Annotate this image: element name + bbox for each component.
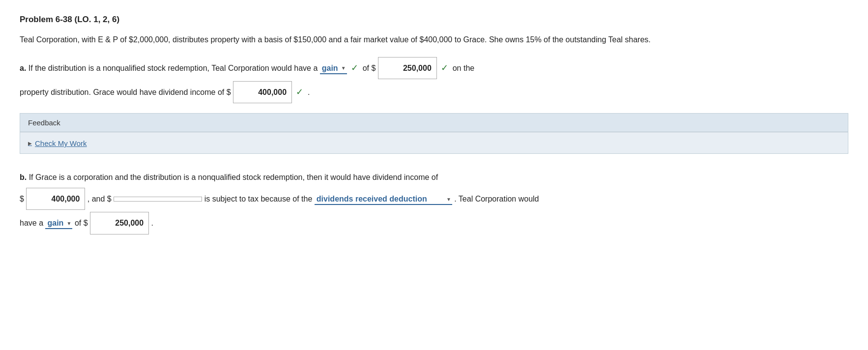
amount-input-b3[interactable]: 250,000: [90, 212, 149, 234]
intro-text: Teal Corporation, with E & P of $2,000,0…: [20, 33, 848, 46]
part-a-text5: .: [308, 88, 310, 96]
feedback-box: Feedback Check My Work: [20, 113, 848, 154]
check-my-work-link[interactable]: Check My Work: [28, 139, 87, 147]
part-a-text4: property distribution. Grace would have …: [20, 88, 231, 96]
part-b-text1: If Grace is a corporation and the distri…: [29, 173, 438, 181]
part-b-text4: is subject to tax because of the: [204, 195, 315, 203]
part-a-text3: on the: [453, 64, 474, 72]
part-b-label: b.: [20, 173, 27, 181]
part-b-text8: .: [151, 219, 153, 227]
amount-input-a2[interactable]: 400,000: [233, 81, 292, 103]
check-icon-a1: ✓: [351, 63, 358, 73]
problem-title: Problem 6-38 (LO. 1, 2, 6): [20, 15, 848, 25]
gain-dropdown-wrapper-b[interactable]: gain loss: [45, 218, 72, 229]
feedback-body: Check My Work: [20, 132, 848, 153]
part-a-text2: of $: [363, 64, 376, 72]
part-b-text7: of $: [75, 219, 88, 227]
amount-input-a1[interactable]: 250,000: [378, 57, 437, 79]
deduction-dropdown-wrapper[interactable]: dividends received deduction dividends p…: [315, 194, 452, 205]
gain-dropdown-a[interactable]: gain loss: [320, 63, 347, 74]
gain-dropdown-wrapper-a[interactable]: gain loss: [320, 63, 347, 74]
part-a-label: a.: [20, 64, 26, 72]
part-b-dollar1: $: [20, 195, 24, 203]
check-icon-a3: ✓: [296, 87, 303, 97]
deduction-dropdown[interactable]: dividends received deduction dividends p…: [315, 194, 452, 205]
gain-dropdown-b[interactable]: gain loss: [45, 218, 72, 229]
part-b-text6: have a: [20, 219, 45, 227]
amount-input-b1[interactable]: 400,000: [26, 188, 85, 210]
check-icon-a2: ✓: [441, 63, 448, 73]
part-b-text3: , and $: [87, 195, 112, 203]
part-a: a. If the distribution is a nonqualified…: [20, 57, 848, 103]
part-b-text5: . Teal Corporation would: [454, 195, 539, 203]
part-a-text1: If the distribution is a nonqualified st…: [29, 64, 320, 72]
feedback-header: Feedback: [20, 114, 848, 132]
part-b: b. If Grace is a corporation and the dis…: [20, 169, 848, 234]
amount-input-b2[interactable]: [114, 197, 202, 202]
